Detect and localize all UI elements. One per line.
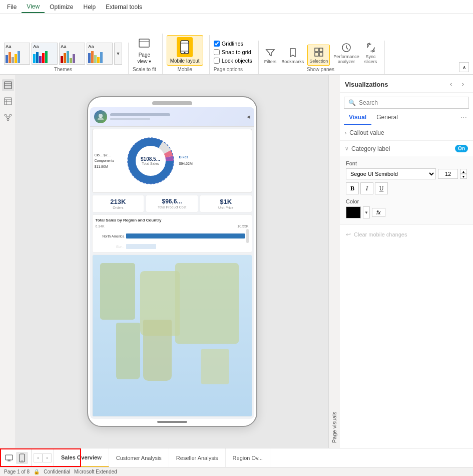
font-select[interactable]: Segoe UI Semibold xyxy=(346,168,436,179)
phone-mockup: ◀ Clo... $2.... Components $11.80M xyxy=(87,96,257,427)
svg-rect-8 xyxy=(315,53,318,56)
category-chevron-icon: ∨ xyxy=(345,146,348,151)
page-nav-next[interactable]: › xyxy=(43,453,52,462)
color-swatch[interactable] xyxy=(346,206,361,218)
menu-external-tools[interactable]: External tools xyxy=(101,2,147,13)
view-mode-group xyxy=(0,448,32,467)
report-view-icon[interactable] xyxy=(2,79,14,91)
model-view-icon[interactable] xyxy=(2,111,14,123)
desktop-view-btn[interactable] xyxy=(3,452,15,464)
tab-general[interactable]: General xyxy=(371,111,403,125)
kpi-total-product-cost: $96,6... Total Product Cost xyxy=(146,195,198,212)
svg-point-5 xyxy=(184,52,186,54)
lock-objects-checkbox[interactable]: Lock objects xyxy=(214,58,252,64)
canvas-area: ◀ Clo... $2.... Components $11.80M xyxy=(16,75,328,448)
svg-point-19 xyxy=(5,114,7,116)
donut-value: $108.5... xyxy=(141,156,160,162)
kpi-unit-price: $1K Unit Price xyxy=(200,195,252,212)
category-toggle[interactable]: On xyxy=(455,145,468,152)
svg-rect-9 xyxy=(319,53,323,56)
table-view-icon[interactable] xyxy=(2,95,14,107)
panel-nav-back[interactable]: ‹ xyxy=(446,79,456,89)
underline-button[interactable]: U xyxy=(375,182,388,194)
confidential-label: Confidential xyxy=(44,469,70,474)
theme-box-1[interactable]: Aa xyxy=(4,43,30,65)
page-view-btn[interactable]: Page view ▾ xyxy=(133,34,155,66)
bold-button[interactable]: B xyxy=(346,182,359,194)
lock-icon: 🔒 xyxy=(34,469,40,474)
bar-chart-section: Total Sales by Region and Country 6.34K … xyxy=(92,214,252,253)
svg-rect-11 xyxy=(5,82,12,89)
right-panel: Page visuals Visualizations ‹ › 🔍 Visual… xyxy=(328,75,473,448)
page-options-group: Gridlines Snap to grid Lock objects Page… xyxy=(214,41,259,74)
theme-box-2[interactable]: Aa xyxy=(32,43,58,65)
font-size-spinner[interactable]: ▲ ▼ xyxy=(460,169,467,179)
italic-button[interactable]: I xyxy=(360,182,373,194)
svg-point-18 xyxy=(7,116,9,119)
category-label-header[interactable]: ∨ Category label On xyxy=(340,141,473,156)
category-label-title: Category label xyxy=(351,145,455,152)
mobile-layout-btn[interactable]: Mobile layout xyxy=(167,35,203,66)
font-size-input[interactable] xyxy=(438,169,458,179)
show-panes-group: Filters Bookmarks Selection Performancea… xyxy=(263,41,385,74)
callout-chevron-icon: › xyxy=(345,130,346,136)
tab-customer-analysis[interactable]: Customer Analysis xyxy=(109,448,169,467)
page-view-sublabel: view ▾ xyxy=(137,59,151,64)
snap-to-grid-checkbox[interactable]: Snap to grid xyxy=(214,49,252,55)
theme-dropdown-btn[interactable]: ▼ xyxy=(114,43,122,65)
category-label-content: Font Segoe UI Semibold ▲ ▼ xyxy=(340,156,473,224)
tab-more-options[interactable]: ··· xyxy=(458,111,469,125)
color-field-label: Color xyxy=(346,198,467,204)
ribbon-collapse-btn[interactable]: ∧ xyxy=(459,62,469,72)
bookmarks-btn[interactable]: Bookmarks xyxy=(280,46,305,66)
map-section xyxy=(92,255,252,417)
mobile-layout-label: Mobile layout xyxy=(170,58,200,64)
kpi-row: 213K Orders $96,6... Total Product Cost … xyxy=(92,195,252,212)
search-input[interactable] xyxy=(359,99,464,106)
tab-reseller-analysis[interactable]: Reseller Analysis xyxy=(169,448,226,467)
tab-region-overview[interactable]: Region Ov... xyxy=(226,448,270,467)
clear-mobile-changes[interactable]: ↩ Clear mobile changes xyxy=(340,227,473,242)
gridlines-checkbox[interactable]: Gridlines xyxy=(214,41,252,47)
sync-slicers-btn[interactable]: Syncslicers xyxy=(363,41,379,66)
font-field-label: Font xyxy=(346,160,467,166)
fx-button[interactable]: fx xyxy=(372,208,385,217)
themes-label: Themes xyxy=(54,67,72,72)
svg-rect-2 xyxy=(181,41,189,54)
page-view-label: Page xyxy=(139,52,150,58)
svg-point-20 xyxy=(10,114,12,116)
tab-sales-overview[interactable]: Sales Overview xyxy=(54,448,109,467)
panel-nav-forward[interactable]: › xyxy=(458,79,468,89)
callout-value-section[interactable]: › Callout value xyxy=(340,125,473,141)
theme-box-4[interactable]: Aa xyxy=(87,43,113,65)
page-visuals-tab[interactable]: Page visuals xyxy=(328,75,340,448)
svg-rect-14 xyxy=(5,98,12,105)
performance-analyzer-btn[interactable]: Performanceanalyzer xyxy=(332,41,361,66)
selection-btn[interactable]: Selection xyxy=(307,45,330,66)
mobile-view-btn[interactable] xyxy=(16,452,28,464)
page-options-label: Page options xyxy=(214,67,252,72)
menu-file[interactable]: File xyxy=(2,2,22,13)
search-icon: 🔍 xyxy=(348,99,356,106)
menu-help[interactable]: Help xyxy=(78,2,101,13)
svg-point-25 xyxy=(99,114,103,118)
filters-btn[interactable]: Filters xyxy=(263,46,278,66)
extended-label: Microsoft Extended xyxy=(74,469,117,474)
scale-to-fit-label: Scale to fit xyxy=(133,67,156,72)
svg-rect-0 xyxy=(139,39,149,47)
page-nav-group: ‹ › xyxy=(32,448,54,467)
page-nav-prev[interactable]: ‹ xyxy=(34,453,43,462)
status-bar: Page 1 of 8 🔒 Confidential Microsoft Ext… xyxy=(0,467,473,476)
menu-optimize[interactable]: Optimize xyxy=(45,2,78,13)
donut-label: Total Sales xyxy=(141,162,160,165)
donut-section: Clo... $2.... Components $11.80M xyxy=(92,129,252,193)
phone-header: ◀ xyxy=(90,107,254,127)
color-dropdown-btn[interactable]: ▼ xyxy=(363,206,370,218)
tab-visual[interactable]: Visual xyxy=(344,111,371,125)
theme-box-3[interactable]: Aa xyxy=(59,43,85,65)
page-info: Page 1 of 8 xyxy=(4,469,30,474)
visualizations-header: Visualizations ‹ › xyxy=(340,75,473,93)
menu-view[interactable]: View xyxy=(22,1,45,13)
panel-title: Visualizations xyxy=(345,81,388,88)
search-box[interactable]: 🔍 xyxy=(344,97,469,109)
